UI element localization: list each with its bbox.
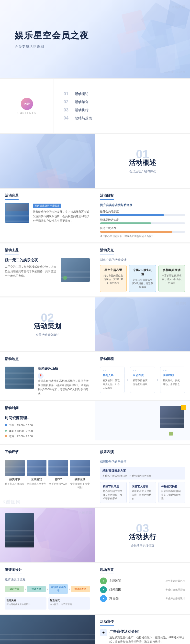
perf-card-2: 明星艺人邀请 邀请知名艺人现场表演，提升活动档次 bbox=[129, 482, 156, 503]
setup-item-1: ● 主题装置 星空主题装置艺术 bbox=[100, 578, 185, 584]
schedule-item-1: 下午：15:00 - 17:00 bbox=[5, 423, 90, 428]
activity-bg-panel: 活动背景 室内娱乐场所行业概况 随着娱乐行业的快速发展，室内娱乐场所逐渐成为重要… bbox=[0, 189, 95, 242]
slide-location-flow: 活动地点 高档娱乐场所 📍 选择具有代表性的高档娱乐场所，提供完善的设施和服务，… bbox=[0, 352, 190, 400]
theme-image bbox=[61, 258, 90, 282]
section1-title-area: 01 活动概述 会员活动介绍与特点 bbox=[95, 134, 190, 188]
inv-detail-2: 配送方式 专人配送、电子邀请函 bbox=[48, 597, 90, 610]
contents-label: CONTENTS bbox=[17, 112, 36, 114]
theme-content: 独一无二的娱乐之夜 以星空为主题，打造沉浸式娱乐体验，让每位会员感受到尊贵与专属… bbox=[5, 258, 90, 282]
interactive-items: 抽奖环节 精美礼品现场抽取 互动游戏 趣味游戏互动参与 竞DIY 动手创作特色D… bbox=[5, 460, 90, 489]
slide-schedule: 活动时间 时间资源管理… 下午：15:00 - 17:00 晚间：18:00 -… bbox=[0, 401, 190, 444]
slide-invitation-venue: 邀请函设计 邀请函设计流程 确定方案 › 设计外观 › 审核邀请函内容 › 邀请… bbox=[0, 563, 190, 614]
promo-desc: 通过多渠道宣传推广，包括社交媒体、短信推送、APP通知等方式，提前告知会员活动详… bbox=[109, 636, 185, 644]
schedule-heading: 活动时间 bbox=[5, 406, 18, 412]
slide-interactive-performance: 互动环节 抽奖环节 精美礼品现场抽取 互动游戏 趣味游戏互动参与 bbox=[0, 445, 190, 508]
section1-poly bbox=[36, 134, 95, 188]
section1-deco: www.ikutu.com bbox=[0, 134, 95, 188]
location-title: 高档娱乐场所 bbox=[38, 366, 90, 371]
performance-subtitle: 精彩纷呈的娱乐表演 bbox=[100, 460, 185, 464]
section2-title: 活动策划 bbox=[34, 322, 61, 331]
interactive-item-1: 抽奖环节 精美礼品现场抽取 bbox=[5, 460, 25, 489]
contents-logo: 目录 bbox=[21, 98, 33, 110]
contents-item-4: 04 总结与反馈 bbox=[64, 116, 180, 121]
activity-bg-heading: 活动背景 bbox=[5, 193, 18, 200]
schedule-item-3: 结束：22:00 - 23:00 bbox=[5, 434, 90, 438]
interactive-item-3: 竞DIY 动手创作特色DIY bbox=[48, 460, 68, 489]
activity-goal-panel: 活动目标 提升会员忠诚度与粘合度 提升会员活跃度 增强品牌认知度 促进二次消费 bbox=[95, 189, 190, 242]
inv-step-3: 审核邀请函内容 bbox=[49, 584, 68, 594]
promo-panel: 活动宣传 ✈ 广告宣传活动介绍 通过多渠道宣传推广，包括社交媒体、短信推送、AP… bbox=[95, 615, 190, 644]
promo-building bbox=[0, 615, 95, 644]
wm-section2: www.ikutu.com bbox=[166, 346, 188, 349]
invitation-panel: 邀请函设计 邀请函设计流程 确定方案 › 设计外观 › 审核邀请函内容 › 邀请… bbox=[0, 563, 95, 614]
interactive-item-2: 互动游戏 趣味游戏互动参与 bbox=[27, 460, 46, 489]
slide-theme-features: 活动主题 独一无二的娱乐之夜 以星空为主题，打造沉浸式娱乐体验，让每位会员感受到… bbox=[0, 244, 190, 296]
goal-bar-3: 促进二次消费 bbox=[100, 226, 185, 233]
inv-step-1: 确定方案 bbox=[5, 586, 24, 592]
slide-cover: 娱乐星空会员之夜 会员专属活动策划 K酷图网 www.ikutu.com bbox=[0, 0, 190, 78]
section3-poly bbox=[29, 508, 95, 562]
promo-title: 广告宣传活动介绍 bbox=[109, 629, 185, 634]
activity-features-subtitle: 别出心裁的活动设计 bbox=[100, 258, 185, 262]
promo-heading: 活动宣传 bbox=[100, 620, 114, 626]
interactive-item-4: 摄影互动 专业摄影留下珍贵时刻 bbox=[70, 460, 90, 489]
slide-bg-goal: 活动背景 室内娱乐场所行业概况 随着娱乐行业的快速发展，室内娱乐场所逐渐成为重要… bbox=[0, 189, 190, 242]
goal-bar-2: 增强品牌认知度 bbox=[100, 218, 185, 224]
feature-card-2: 专属VIP服务礼遇 为每位会员提供专属VIP服务，打造尊享体验 bbox=[129, 265, 156, 292]
venue-panel: 现场布置 ● 主题装置 星空主题装置艺术 ● 灯光氛围 专业灯光效果营造 ● 舞… bbox=[95, 563, 190, 614]
activity-bg-content: 室内娱乐场所行业概况 随着娱乐行业的快速发展，室内娱乐场所逐渐成为重要的休闲娱乐… bbox=[5, 203, 90, 223]
setup-items: ● 主题装置 星空主题装置艺术 ● 灯光氛围 专业灯光效果营造 ● 舞台设计 专… bbox=[100, 578, 185, 602]
theme-highlight: 独一无二的娱乐之夜 bbox=[5, 258, 57, 262]
yellow-accent bbox=[181, 405, 186, 410]
section1-title: 活动概述 bbox=[129, 158, 156, 168]
interactive-heading: 互动环节 bbox=[5, 450, 18, 456]
activity-features-heading: 活动亮点 bbox=[100, 248, 114, 254]
promo-plane-icon: ✈ bbox=[100, 629, 107, 636]
activity-bg-text-area: 室内娱乐场所行业概况 随着娱乐行业的快速发展，室内娱乐场所逐渐成为重要的休闲娱乐… bbox=[33, 203, 90, 223]
feature-cards: 星空主题布置 精心布置的星空主题现场，营造出梦幻般的氛围 专属VIP服务礼遇 为… bbox=[100, 265, 185, 292]
activity-goal-desc: 通过精心策划的活动，实现会员满意度的全面提升 bbox=[100, 235, 185, 238]
section3-title-area: 03 活动执行 会员活动执行情况 bbox=[95, 508, 190, 562]
contents-item-1: 01 活动概述 bbox=[64, 92, 180, 96]
theme-desc: 以星空为主题，打造沉浸式娱乐体验，让每位会员感受到尊贵与专属的服务，共同度过一个… bbox=[5, 264, 57, 278]
perf-card-1: 精彩节目策划 精心策划的文艺节目，包括歌舞、魔术等多种形式 bbox=[100, 482, 127, 503]
section3-building bbox=[5, 513, 34, 548]
slide-section1-header: www.ikutu.com 01 活动概述 会员活动介绍与特点 bbox=[0, 134, 190, 188]
activity-features-panel: 活动亮点 别出心裁的活动设计 星空主题布置 精心布置的星空主题现场，营造出梦幻般… bbox=[95, 244, 190, 296]
interactive-panel: 互动环节 抽奖环节 精美礼品现场抽取 互动游戏 趣味游戏互动参与 bbox=[0, 445, 95, 508]
contents-item-3: 03 活动执行 bbox=[64, 108, 180, 113]
inv-step-2: 设计外观 bbox=[27, 586, 46, 592]
section3-subtitle: 会员活动执行情况 bbox=[131, 544, 154, 548]
activity-bg-desc: 随着娱乐行业的快速发展，室内娱乐场所逐渐成为重要的休闲娱乐场所，会员制度的建立和… bbox=[33, 210, 90, 223]
flow-heading: 活动流程 bbox=[100, 357, 114, 363]
venue-heading: 现场布置 bbox=[100, 568, 114, 574]
contents-right: 01 活动概述 02 活动策划 03 活动执行 04 总结与反馈 bbox=[54, 79, 190, 133]
contents-left: 目录 CONTENTS bbox=[0, 79, 54, 133]
section2-deco: www.ikutu.com K酷图网 bbox=[95, 298, 190, 351]
slide-promo: 活动宣传 ✈ 广告宣传活动介绍 通过多渠道宣传推广，包括社交媒体、短信推送、AP… bbox=[0, 615, 190, 644]
section2-title-area: 02 活动策划 会员活动策划概述 bbox=[0, 298, 95, 351]
performance-cards: 精彩节目策划 精心策划的文艺节目，包括歌舞、魔术等多种形式 明星艺人邀请 邀请知… bbox=[100, 482, 185, 503]
schedule-item-2: 晚间：18:00 - 22:00 bbox=[5, 429, 90, 433]
invitation-heading: 邀请函设计 bbox=[5, 568, 22, 574]
invitation-flow: 确定方案 › 设计外观 › 审核邀请函内容 › 邀请函配送 bbox=[5, 584, 90, 594]
feature-card-1: 星空主题布置 精心布置的星空主题现场，营造出梦幻般的氛围 bbox=[100, 265, 127, 292]
activity-bg-tag: 室内娱乐场所行业概况 bbox=[33, 204, 61, 208]
invitation-flow-label: 邀请函设计流程 bbox=[5, 578, 90, 582]
inv-step-4: 邀请函配送 bbox=[71, 586, 90, 592]
slide-section3-header: www.ikutu.com K酷图网 03 活动执行 会员活动执行情况 bbox=[0, 508, 190, 562]
feature-card-3: 多样娱乐互动 丰富多彩的娱乐项目，满足不同会员的需求 bbox=[158, 265, 185, 292]
schedule-title: 时间资源管理… bbox=[5, 416, 90, 420]
performance-panel: 娱乐表演 精彩纷呈的娱乐表演 精彩节目策划方案 多种艺术形式融合呈现，打造独特的… bbox=[95, 445, 190, 508]
section2-poly bbox=[95, 298, 159, 351]
location-panel: 活动地点 高档娱乐场所 📍 选择具有代表性的高档娱乐场所，提供完善的设施和服务，… bbox=[0, 352, 95, 400]
setup-item-2: ● 灯光氛围 专业灯光效果营造 bbox=[100, 586, 185, 593]
contents-item-2: 02 活动策划 bbox=[64, 100, 180, 104]
goal-bar-1: 提升会员活跃度 bbox=[100, 210, 185, 216]
location-content: 高档娱乐场所 📍 选择具有代表性的高档娱乐场所，提供完善的设施和服务，确保活动顺… bbox=[5, 366, 90, 396]
wm-section2-k: K酷图网 bbox=[174, 301, 186, 306]
schedule-image-area bbox=[95, 401, 190, 440]
activity-theme-heading: 活动主题 bbox=[5, 248, 18, 254]
section2-subtitle: 会员活动策划概述 bbox=[36, 333, 59, 337]
activity-goal-title: 提升会员忠诚度与粘合度 bbox=[100, 203, 185, 207]
